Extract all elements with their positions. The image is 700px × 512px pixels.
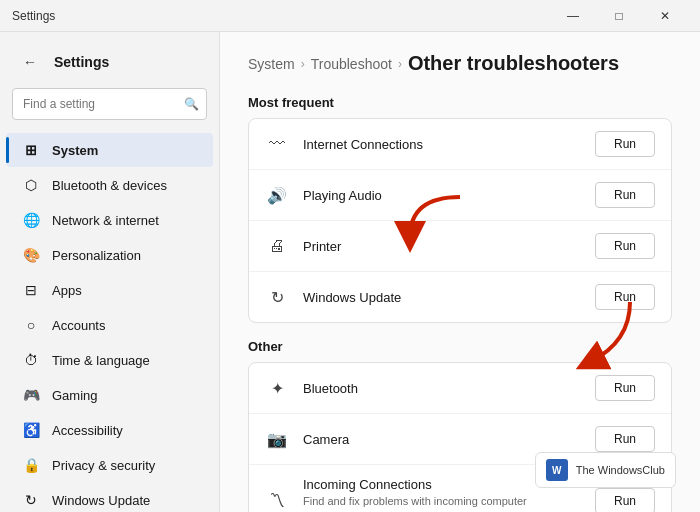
sidebar-item-privacy-label: Privacy & security — [52, 458, 155, 473]
apps-nav-icon: ⊟ — [22, 281, 40, 299]
troubleshooter-list-other: ✦BluetoothRun📷CameraRun〽Incoming Connect… — [248, 362, 672, 512]
camera-run-button[interactable]: Run — [595, 426, 655, 452]
troubleshooter-item-internet: 〰Internet ConnectionsRun — [249, 119, 671, 170]
bluetooth-run-button[interactable]: Run — [595, 375, 655, 401]
sidebar-header: ← Settings — [0, 40, 219, 88]
sidebar-item-bluetooth[interactable]: ⬡Bluetooth & devices — [6, 168, 213, 202]
sidebar-item-time[interactable]: ⏱Time & language — [6, 343, 213, 377]
sections-container: Most frequent〰Internet ConnectionsRun🔊Pl… — [248, 95, 672, 512]
breadcrumb-current: Other troubleshooters — [408, 52, 619, 75]
main-container: ← Settings 🔍 ⊞System⬡Bluetooth & devices… — [0, 32, 700, 512]
minimize-button[interactable]: — — [550, 0, 596, 32]
audio-icon: 🔊 — [265, 183, 289, 207]
sidebar-item-accessibility[interactable]: ♿Accessibility — [6, 413, 213, 447]
sidebar-item-accessibility-label: Accessibility — [52, 423, 123, 438]
search-input[interactable] — [12, 88, 207, 120]
breadcrumb-sep1: › — [301, 57, 305, 71]
winupdate-name: Windows Update — [303, 290, 581, 305]
section-title-other: Other — [248, 339, 672, 354]
audio-run-button[interactable]: Run — [595, 182, 655, 208]
internet-run-button[interactable]: Run — [595, 131, 655, 157]
close-button[interactable]: ✕ — [642, 0, 688, 32]
breadcrumb-troubleshoot[interactable]: Troubleshoot — [311, 56, 392, 72]
printer-run-button[interactable]: Run — [595, 233, 655, 259]
sidebar-item-personalization[interactable]: 🎨Personalization — [6, 238, 213, 272]
sidebar-item-gaming-label: Gaming — [52, 388, 98, 403]
breadcrumb-system[interactable]: System — [248, 56, 295, 72]
camera-info: Camera — [303, 432, 581, 447]
internet-name: Internet Connections — [303, 137, 581, 152]
sidebar-item-time-label: Time & language — [52, 353, 150, 368]
title-bar-controls: — □ ✕ — [550, 0, 688, 32]
breadcrumb: System › Troubleshoot › Other troublesho… — [248, 52, 672, 75]
printer-info: Printer — [303, 239, 581, 254]
winupdate-run-button[interactable]: Run — [595, 284, 655, 310]
system-nav-icon: ⊞ — [22, 141, 40, 159]
winupdate-info: Windows Update — [303, 290, 581, 305]
title-bar-label: Settings — [12, 9, 55, 23]
accounts-nav-icon: ○ — [22, 316, 40, 334]
printer-icon: 🖨 — [265, 234, 289, 258]
sidebar-item-update[interactable]: ↻Windows Update — [6, 483, 213, 512]
watermark-label: The WindowsClub — [576, 464, 665, 476]
sidebar-title: Settings — [54, 54, 109, 70]
content-area-wrapper: System › Troubleshoot › Other troublesho… — [220, 32, 700, 512]
incoming-icon: 〽 — [265, 489, 289, 512]
printer-name: Printer — [303, 239, 581, 254]
sidebar-item-system-label: System — [52, 143, 98, 158]
sidebar-item-accounts[interactable]: ○Accounts — [6, 308, 213, 342]
time-nav-icon: ⏱ — [22, 351, 40, 369]
back-button[interactable]: ← — [16, 48, 44, 76]
section-title-most-frequent: Most frequent — [248, 95, 672, 110]
content-area: System › Troubleshoot › Other troublesho… — [220, 32, 700, 512]
bluetooth-name: Bluetooth — [303, 381, 581, 396]
sidebar-item-privacy[interactable]: 🔒Privacy & security — [6, 448, 213, 482]
sidebar: ← Settings 🔍 ⊞System⬡Bluetooth & devices… — [0, 32, 220, 512]
sidebar-item-system[interactable]: ⊞System — [6, 133, 213, 167]
sidebar-item-bluetooth-label: Bluetooth & devices — [52, 178, 167, 193]
troubleshooter-item-winupdate: ↻Windows UpdateRun — [249, 272, 671, 322]
bluetooth-icon: ✦ — [265, 376, 289, 400]
sidebar-item-update-label: Windows Update — [52, 493, 150, 508]
internet-info: Internet Connections — [303, 137, 581, 152]
troubleshooter-item-printer: 🖨PrinterRun — [249, 221, 671, 272]
accessibility-nav-icon: ♿ — [22, 421, 40, 439]
incoming-run-button[interactable]: Run — [595, 488, 655, 512]
sidebar-nav: ⊞System⬡Bluetooth & devices🌐Network & in… — [0, 132, 219, 512]
camera-name: Camera — [303, 432, 581, 447]
watermark-icon: W — [546, 459, 568, 481]
sidebar-item-network-label: Network & internet — [52, 213, 159, 228]
sidebar-item-accounts-label: Accounts — [52, 318, 105, 333]
sidebar-item-personalization-label: Personalization — [52, 248, 141, 263]
sidebar-item-network[interactable]: 🌐Network & internet — [6, 203, 213, 237]
winupdate-icon: ↻ — [265, 285, 289, 309]
internet-icon: 〰 — [265, 132, 289, 156]
audio-info: Playing Audio — [303, 188, 581, 203]
troubleshooter-item-bluetooth: ✦BluetoothRun — [249, 363, 671, 414]
bluetooth-info: Bluetooth — [303, 381, 581, 396]
sidebar-item-apps-label: Apps — [52, 283, 82, 298]
bluetooth-nav-icon: ⬡ — [22, 176, 40, 194]
personalization-nav-icon: 🎨 — [22, 246, 40, 264]
update-nav-icon: ↻ — [22, 491, 40, 509]
breadcrumb-sep2: › — [398, 57, 402, 71]
sidebar-item-gaming[interactable]: 🎮Gaming — [6, 378, 213, 412]
privacy-nav-icon: 🔒 — [22, 456, 40, 474]
maximize-button[interactable]: □ — [596, 0, 642, 32]
search-box: 🔍 — [12, 88, 207, 120]
title-bar: Settings — □ ✕ — [0, 0, 700, 32]
troubleshooter-item-audio: 🔊Playing AudioRun — [249, 170, 671, 221]
gaming-nav-icon: 🎮 — [22, 386, 40, 404]
camera-icon: 📷 — [265, 427, 289, 451]
troubleshooter-list-most-frequent: 〰Internet ConnectionsRun🔊Playing AudioRu… — [248, 118, 672, 323]
search-icon: 🔍 — [184, 97, 199, 111]
incoming-desc: Find and fix problems with incoming comp… — [303, 494, 581, 512]
network-nav-icon: 🌐 — [22, 211, 40, 229]
sidebar-item-apps[interactable]: ⊟Apps — [6, 273, 213, 307]
audio-name: Playing Audio — [303, 188, 581, 203]
watermark: W The WindowsClub — [535, 452, 676, 488]
